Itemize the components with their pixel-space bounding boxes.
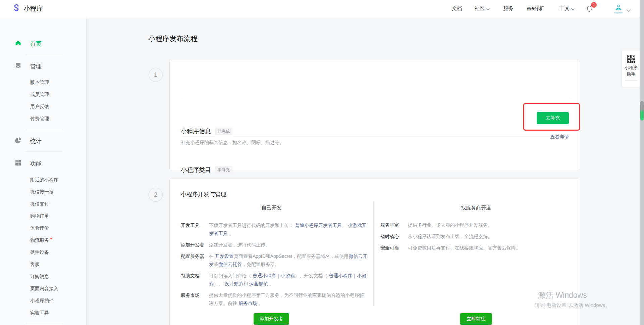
sidebar-item-0-3[interactable]: 付费管理 [0,114,86,123]
sidebar-item-label: 用户反馈 [30,102,49,111]
sidebar-item-label: 实验工具 [30,308,49,317]
inline-link[interactable]: 普通小程序 [253,273,276,278]
desc-text: 提供多行业、多功能的小程序开发服务。 [408,222,492,228]
dev-row-label: 安全可靠 [380,244,408,252]
dev-row: 开发工具下载开发者工具进行代码的开发和上传： 普通小程序开发者工具、 小游戏开发… [181,221,368,237]
sidebar-item-label: 附近的小程序 [30,175,58,184]
section-title-category: 小程序类目 未补充 [181,166,232,174]
scrollbar-track[interactable] [640,0,644,325]
step-1-card: 小程序信息 已完成 补充小程序的基本信息，如名称、图标、描述等。 查看详情 小程… [169,59,579,170]
dev-row-desc: 在 开发设置页面查看AppID和AppSecret，配置服务器域名，或使用微信云… [209,252,368,268]
app-logo[interactable]: 小程序 [12,4,43,14]
page: 小程序 1 Skychakr 文档社区服务We分析工具 首页管理版本管理成员管理… [0,0,644,325]
desc-text: 。 [257,300,263,306]
inline-link[interactable]: 设计规范 [224,281,243,286]
desc-text: 。 [228,231,234,236]
dev-row: 帮助文档可以阅读入门介绍（ 普通小程序｜小游戏）、开发文档（ 普通小程序｜小游戏… [181,272,368,288]
sidebar-item-label: 订阅消息 [30,272,49,281]
inline-link[interactable]: ｜ [353,273,357,278]
sidebar-item-2-0[interactable]: 附近的小程序 [0,175,86,184]
sidebar-item-2-9[interactable]: 页面内容接入 [0,284,86,293]
inline-link[interactable]: ｜ [276,273,281,278]
add-developer-button[interactable]: 添加开发者 [254,313,289,325]
sidebar-item-2-10[interactable]: 小程序插件 [0,296,86,305]
go-complete-button[interactable]: 去补充 [537,112,569,124]
sidebar-item-label: 成员管理 [30,90,49,99]
inline-link[interactable]: 小游戏 [281,273,295,278]
account-chevron-down-icon[interactable] [627,7,631,13]
pie-chart-icon [15,137,21,145]
inline-link[interactable]: 微信云托管 [218,262,242,267]
mini-program-helper-widget[interactable]: 小程序 助手 [622,50,640,87]
sidebar-item-0-1[interactable]: 成员管理 [0,90,86,99]
sidebar-item-home[interactable]: 首页 [0,39,86,48]
inline-link[interactable]: 服务市场 [238,300,257,306]
sidebar-item-2-2[interactable]: 微信支付 [0,199,86,208]
logo-text: 小程序 [24,4,43,13]
nav-item-1[interactable]: 社区 [475,0,490,17]
sidebar-item-2-4[interactable]: 体验评价 [0,224,86,232]
notification-count-badge[interactable]: 1 [591,2,597,8]
sidebar-item-0-0[interactable]: 版本管理 [0,78,86,87]
desc-text: 可免费试用后再支付、在线客服响应、官方售后保障。 [408,245,521,250]
divider [25,151,62,152]
nav-item-4[interactable]: 工具 [559,0,575,17]
desc-text: 提供大量优质的小程序第三方服务，为不同行业的商家提供合适的小程序解决方案。前往 [209,292,364,306]
step-1-circle: 1 [149,68,163,82]
home-icon [15,40,21,48]
new-badge-dot [50,238,52,239]
sidebar-item-label: 付费管理 [30,114,49,123]
avatar[interactable]: Skychakr [613,4,624,14]
qr-code-icon [627,55,635,64]
divider [625,80,638,81]
sidebar-item-2-8[interactable]: 订阅消息 [0,272,86,281]
sidebar-item-2-3[interactable]: 购物订单 [0,212,86,220]
sidebar-section-2[interactable]: 功能 [0,159,86,168]
desc-text: 页面查看AppID和AppSecret，配置服务器域名，或使用 [234,253,348,259]
nav-item-0[interactable]: 文档 [452,0,462,17]
nav-item-2[interactable]: 服务 [503,0,513,17]
dev-row-label: 服务市场 [181,291,209,307]
page-title: 小程序发布流程 [148,34,198,43]
archive-icon [15,62,21,71]
sidebar-section-0[interactable]: 管理 [0,62,86,71]
desc-text: 。 [268,281,274,286]
self-dev-header: 自己开发 [170,205,373,211]
sidebar-item-label: 物流服务 [30,236,49,244]
inline-link[interactable]: 普通小程序 [329,273,353,278]
divider [25,323,62,323]
scrollbar-thumb[interactable] [640,101,644,121]
nav-item-3[interactable]: We分析 [527,0,544,17]
dev-row-desc: 可以阅读入门介绍（ 普通小程序｜小游戏）、开发文档（ 普通小程序｜小游戏）、 设… [209,272,368,288]
inline-link[interactable]: 运营规范 [249,281,268,286]
divider [25,54,62,54]
step-2-circle: 2 [149,188,163,202]
desc-text: ，免配置服务器。 [242,262,279,267]
sidebar-section-label: 功能 [30,160,42,168]
dev-row-label: 省时省心 [380,232,408,240]
dev-row-label: 添加开发者 [181,241,209,249]
status-badge: 已完成 [215,128,232,135]
nav-item-label: 文档 [452,5,462,12]
sidebar-item-label: 微信搜一搜 [30,187,54,196]
sidebar-item-2-7[interactable]: 客服 [0,260,86,269]
avatar-caption: Skychakr [614,12,623,14]
dev-row-desc: 下载开发者工具进行代码的开发和上传： 普通小程序开发者工具、 小游戏开发者工具 … [209,221,368,237]
sidebar-item-2-5[interactable]: 物流服务 [0,236,86,244]
sidebar-item-2-11[interactable]: 实验工具 [0,308,86,317]
dev-row-label: 帮助文档 [181,272,209,288]
desc-text: ）、开发文档（ [295,273,329,278]
sidebar-item-2-1[interactable]: 微信搜一搜 [0,187,86,196]
dev-row-desc: 添加开发者，进行代码上传。 [209,241,368,249]
inline-link[interactable]: 开发设置 [215,253,234,259]
sidebar-section-1[interactable]: 统计 [0,137,86,145]
desc-text: 和 [243,281,249,286]
go-now-button[interactable]: 立即前往 [460,313,492,325]
sidebar-item-0-2[interactable]: 用户反馈 [0,102,86,111]
nav-item-label: 工具 [559,5,570,12]
top-header: 小程序 1 Skychakr 文档社区服务We分析工具 [0,0,644,17]
dev-row: 安全可靠可免费试用后再支付、在线客服响应、官方售后保障。 [380,244,569,252]
sidebar-item-2-6[interactable]: 硬件设备 [0,248,86,257]
inline-link[interactable]: 普通小程序开发者工具 [295,223,342,228]
desc-text: 可以阅读入门介绍（ [209,273,253,278]
